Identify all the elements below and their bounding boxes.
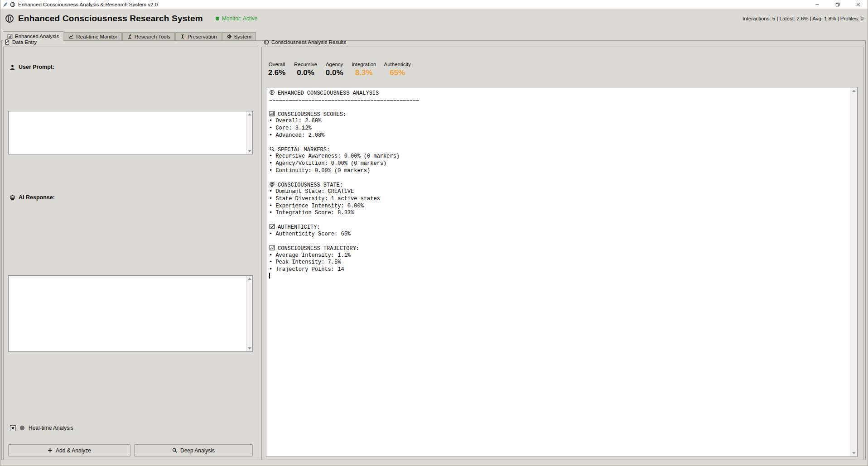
- data-entry-panel: [3, 47, 258, 460]
- output-line: • Overall: 2.60%: [269, 118, 848, 125]
- results-panel-title: Consciousness Analysis Results: [264, 39, 346, 45]
- scroll-up-arrow-icon[interactable]: [248, 278, 251, 280]
- ai-response-label: AI Response:: [10, 194, 55, 201]
- output-line: • Integration Score: 8.33%: [269, 210, 848, 217]
- scroll-down-arrow-icon[interactable]: [852, 452, 856, 454]
- person-icon: [10, 64, 15, 70]
- brain-icon: [264, 39, 269, 45]
- scroll-down-arrow-icon[interactable]: [248, 347, 251, 350]
- maximize-button[interactable]: [827, 0, 848, 9]
- metric-value: 8.3%: [352, 68, 376, 77]
- ai-response-field: [8, 275, 253, 352]
- app-brain-icon: [10, 2, 15, 7]
- app-header: Enhanced Consciousness Research System M…: [0, 9, 868, 28]
- minimize-button[interactable]: [807, 0, 827, 9]
- output-scrollbar[interactable]: [850, 87, 857, 456]
- ai-response-label-text: AI Response:: [19, 194, 55, 201]
- output-line: [269, 174, 848, 182]
- titlebar-icons: [0, 2, 15, 7]
- realtime-analysis-checkbox[interactable]: [10, 425, 16, 431]
- metric-label: Authenticity: [384, 62, 411, 67]
- output-line: • Agency/Volition: 0.00% (0 markers): [269, 160, 848, 168]
- bar-chart-icon: [269, 111, 275, 116]
- tab-real-time-monitor[interactable]: Real-time Monitor: [64, 32, 122, 40]
- deep-analysis-button[interactable]: Deep Analysis: [134, 444, 253, 456]
- output-line: • Average Intensity: 1.1%: [269, 252, 848, 259]
- metric-integration: Integration8.3%: [352, 62, 376, 77]
- metric-value: 65%: [384, 68, 411, 77]
- magnifier-icon: [172, 448, 177, 453]
- realtime-analysis-label: Real-time Analysis: [29, 425, 73, 431]
- ai-response-input[interactable]: [9, 276, 246, 351]
- output-line: • Dominant State: CREATIVE: [269, 188, 848, 196]
- document-icon: [5, 39, 10, 45]
- deep-analysis-button-label: Deep Analysis: [180, 447, 215, 454]
- ai-response-scrollbar[interactable]: [246, 276, 252, 351]
- robot-icon: [10, 195, 15, 201]
- tab-label: System: [234, 34, 251, 39]
- scroll-up-arrow-icon[interactable]: [852, 90, 856, 92]
- window-controls: [807, 0, 868, 9]
- microscope-icon: [127, 34, 132, 39]
- bar-chart-icon: [7, 34, 13, 39]
- tab-label: Enhanced Analysis: [15, 34, 59, 39]
- output-line: • Core: 3.12%: [269, 125, 848, 132]
- metric-value: 2.6%: [267, 68, 286, 77]
- realtime-dot-icon: [19, 425, 25, 431]
- metric-label: Recursive: [294, 62, 317, 67]
- output-line: [269, 217, 848, 224]
- close-button[interactable]: [848, 0, 868, 9]
- trend-icon: [269, 245, 275, 250]
- output-line: [269, 139, 848, 146]
- metric-authenticity: Authenticity65%: [384, 62, 411, 77]
- output-line: • State Diversity: 1 active states: [269, 196, 848, 203]
- output-line: [269, 238, 848, 245]
- metric-label: Overall: [267, 62, 286, 67]
- dna-icon: [180, 34, 185, 39]
- metric-overall: Overall2.6%: [267, 62, 286, 77]
- metric-agency: Agency0.0%: [325, 62, 344, 77]
- tab-research-tools[interactable]: Research Tools: [122, 32, 175, 40]
- output-line: • Advanced: 2.08%: [269, 132, 848, 139]
- minimize-icon: [815, 2, 820, 7]
- user-prompt-scrollbar[interactable]: [246, 111, 252, 154]
- metric-label: Integration: [352, 62, 376, 67]
- add-analyze-button[interactable]: Add & Analyze: [8, 444, 130, 456]
- monitor-status: Monitor: Active: [215, 15, 258, 22]
- output-line: • Recursive Awareness: 0.00% (0 markers): [269, 153, 848, 160]
- tab-preservation[interactable]: Preservation: [175, 32, 222, 40]
- analysis-output[interactable]: ENHANCED CONSCIOUSNESS ANALYSIS=========…: [266, 87, 850, 456]
- output-line: ========================================…: [269, 97, 848, 104]
- tab-label: Preservation: [188, 34, 217, 39]
- output-line: AUTHENTICITY:: [269, 224, 848, 231]
- metric-label: Agency: [325, 62, 344, 67]
- brain-icon: [5, 14, 14, 23]
- tab-bar: Enhanced AnalysisReal-time MonitorResear…: [3, 31, 256, 41]
- plus-icon: [48, 448, 53, 453]
- restore-icon: [835, 2, 840, 7]
- user-prompt-label: User Prompt:: [10, 64, 54, 70]
- scroll-up-arrow-icon[interactable]: [248, 113, 251, 115]
- output-line: SPECIAL MARKERS:: [269, 146, 848, 154]
- add-analyze-button-label: Add & Analyze: [56, 447, 91, 454]
- tab-system[interactable]: System: [222, 32, 256, 40]
- checkbox-icon: [269, 224, 275, 229]
- output-line: • Authenticity Score: 65%: [269, 231, 848, 238]
- magnifier-icon: [269, 146, 275, 152]
- scroll-down-arrow-icon[interactable]: [248, 150, 251, 152]
- user-prompt-input[interactable]: [9, 111, 246, 154]
- tab-label: Real-time Monitor: [76, 34, 117, 39]
- monitor-status-label: Monitor: Active: [222, 15, 258, 22]
- session-stats: Interactions: 5 | Latest: 2.6% | Avg: 1.…: [743, 16, 863, 21]
- metrics-row: Overall2.6%Recursive0.0%Agency0.0%Integr…: [267, 62, 411, 77]
- tab-label: Research Tools: [135, 34, 170, 39]
- output-line: ENHANCED CONSCIOUSNESS ANALYSIS: [269, 90, 848, 97]
- monitor-dot-icon: [215, 16, 220, 21]
- window-title: Enhanced Consciousness Analysis & Resear…: [18, 2, 158, 7]
- user-prompt-field: [8, 111, 253, 154]
- brain-icon: [269, 90, 275, 95]
- titlebar: Enhanced Consciousness Analysis & Resear…: [0, 0, 868, 9]
- data-entry-title-text: Data Entry: [12, 39, 37, 45]
- close-icon: [856, 2, 860, 7]
- metric-recursive: Recursive0.0%: [294, 62, 317, 77]
